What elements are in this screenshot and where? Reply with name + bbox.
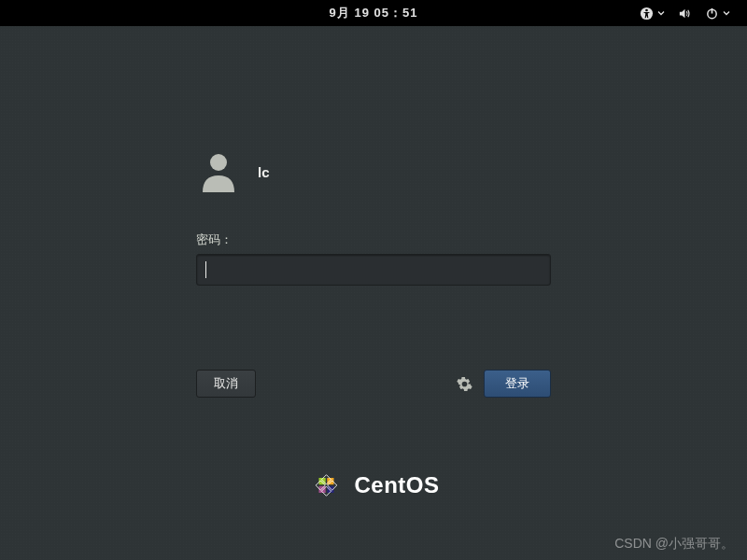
- login-button[interactable]: 登录: [484, 370, 551, 398]
- user-avatar-icon: [196, 149, 241, 194]
- session-options-button[interactable]: [457, 376, 472, 392]
- password-input[interactable]: [196, 254, 551, 286]
- button-row: 取消 登录: [196, 370, 551, 398]
- login-panel: lc 密码： 取消 登录: [196, 149, 551, 398]
- gear-icon: [457, 376, 472, 392]
- accessibility-icon: [640, 7, 654, 21]
- watermark: CSDN @小强哥哥。: [614, 536, 734, 553]
- power-icon: [705, 7, 719, 21]
- accessibility-menu[interactable]: [640, 7, 665, 21]
- clock: 9月 19 05：51: [330, 5, 418, 21]
- brand-name: CentOS: [354, 472, 439, 498]
- chevron-down-icon: [657, 9, 665, 17]
- chevron-down-icon: [723, 9, 730, 17]
- svg-point-4: [210, 154, 227, 171]
- speaker-icon: [678, 7, 692, 21]
- branding: CentOS: [307, 467, 439, 504]
- text-caret: [205, 261, 206, 278]
- volume-icon[interactable]: [678, 7, 692, 21]
- centos-logo-icon: [307, 467, 345, 504]
- topbar-status-area: [640, 7, 730, 21]
- cancel-button[interactable]: 取消: [196, 370, 256, 398]
- password-label: 密码：: [196, 231, 551, 248]
- svg-point-1: [645, 8, 648, 11]
- username-label: lc: [258, 164, 270, 180]
- topbar: 9月 19 05：51: [0, 0, 747, 26]
- power-menu[interactable]: [705, 7, 730, 21]
- user-row: lc: [196, 149, 551, 194]
